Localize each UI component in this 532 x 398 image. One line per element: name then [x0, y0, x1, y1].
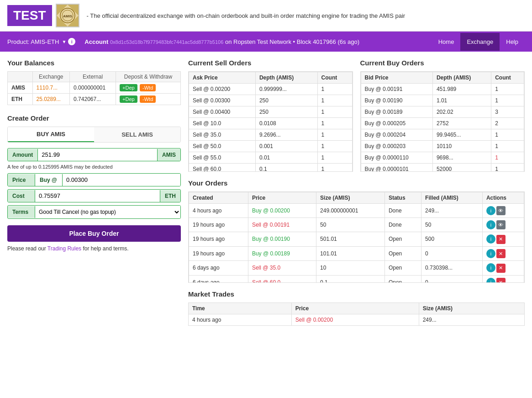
- sell-orders-scrollable[interactable]: Ask Price Depth (AMIS) Count Sell @ 0.00…: [188, 71, 353, 172]
- order-actions: i✕: [482, 246, 524, 261]
- tab-buy-amis[interactable]: BUY AMIS: [8, 127, 94, 142]
- your-order-row: 19 hours ago Buy @ 0.00190 501.01 Open 5…: [189, 232, 524, 247]
- product-selector[interactable]: Product: AMIS-ETH ▼ i: [7, 38, 75, 45]
- order-actions: i👁: [482, 204, 524, 218]
- your-orders-section: Your Orders Created Price Size (AMIS) St…: [188, 179, 525, 283]
- balance-exchange: 25.0289...: [32, 94, 70, 105]
- order-filled: 0: [421, 246, 483, 261]
- order-cancel-button[interactable]: ✕: [496, 264, 506, 273]
- logo-area: TEST AMIS - The official decentralized e…: [7, 4, 405, 27]
- sell-order-row[interactable]: Sell @ 10.0 0.0108 1: [189, 118, 353, 129]
- price-input[interactable]: [63, 174, 180, 186]
- order-actions: i✕: [482, 232, 524, 247]
- order-info-button[interactable]: i: [486, 234, 495, 244]
- withdraw-button[interactable]: -Wtd: [140, 84, 156, 91]
- order-price: Sell @ 35.0: [248, 261, 316, 276]
- sell-order-row[interactable]: Sell @ 0.00200 0.999999... 1: [189, 84, 353, 95]
- nav-help-link[interactable]: Help: [500, 33, 525, 51]
- order-eye-button[interactable]: 👁: [496, 206, 506, 215]
- terms-row: Terms Good Till Cancel (no gas topup) Go…: [7, 205, 181, 219]
- deposit-button[interactable]: +Dep: [120, 96, 137, 103]
- nav-exchange-link[interactable]: Exchange: [460, 33, 500, 51]
- sell-order-row[interactable]: Sell @ 55.0 0.01 1: [189, 152, 353, 164]
- sell-order-row[interactable]: Sell @ 0.00400 250 1: [189, 106, 353, 118]
- buy-col-count: Count: [491, 72, 524, 84]
- sell-depth: 250: [255, 106, 317, 118]
- sell-orders-table: Ask Price Depth (AMIS) Count Sell @ 0.00…: [189, 72, 353, 172]
- buy-count: 1: [491, 152, 524, 164]
- your-col-created: Created: [189, 192, 248, 204]
- buy-bid-price: Buy @ 0.0000110: [361, 152, 432, 164]
- sell-ask-price: Sell @ 60.0: [189, 164, 256, 172]
- buy-orders-scrollable[interactable]: Bid Price Depth (AMIS) Count Buy @ 0.001…: [360, 71, 525, 172]
- buy-depth: 9698...: [432, 152, 491, 164]
- buy-count: 1: [491, 95, 524, 106]
- buy-order-row[interactable]: Buy @ 0.00190 1.01 1: [361, 95, 524, 106]
- order-info-button[interactable]: i: [486, 220, 495, 229]
- tab-sell-amis[interactable]: SELL AMIS: [94, 127, 180, 142]
- balances-col-external: External: [70, 72, 116, 82]
- buy-order-row[interactable]: Buy @ 0.00191 451.989 1: [361, 84, 524, 95]
- buy-orders-title: Current Buy Orders: [360, 59, 525, 67]
- sell-order-row[interactable]: Sell @ 50.0 0.001 1: [189, 141, 353, 152]
- order-price: Sell @ 60.0: [248, 275, 316, 283]
- buy-depth: 99.9465...: [432, 129, 491, 141]
- logo-amis-badge: AMIS: [56, 4, 79, 27]
- product-info-icon[interactable]: i: [68, 38, 75, 45]
- order-created: 4 hours ago: [189, 204, 248, 218]
- balances-col-exchange: Exchange: [32, 72, 70, 82]
- buy-depth: 202.02: [432, 106, 491, 118]
- buy-order-row[interactable]: Buy @ 0.000204 99.9465... 1: [361, 129, 524, 141]
- order-info-button[interactable]: i: [486, 263, 495, 272]
- your-orders-table: Created Price Size (AMIS) Status Filled …: [189, 192, 524, 283]
- deposit-button[interactable]: +Dep: [120, 84, 137, 91]
- price-sublabel: Buy @: [35, 174, 63, 186]
- order-status: Open: [385, 232, 421, 247]
- buy-order-row[interactable]: Buy @ 0.000205 2752 2: [361, 118, 524, 129]
- sell-count: 1: [317, 106, 352, 118]
- your-order-row: 6 days ago Sell @ 35.0 10 Open 0.730398.…: [189, 261, 524, 276]
- order-info-button[interactable]: i: [486, 206, 495, 215]
- buy-order-row[interactable]: Buy @ 0.000203 10110 1: [361, 141, 524, 152]
- terms-select[interactable]: Good Till Cancel (no gas topup) Good Til…: [35, 206, 180, 218]
- price-label: Price: [8, 174, 35, 186]
- create-order-section: Create Order BUY AMIS SELL AMIS Amount A…: [7, 114, 181, 252]
- sell-order-row[interactable]: Sell @ 0.00300 250 1: [189, 95, 353, 106]
- sell-depth: 0.1: [255, 164, 317, 172]
- trading-rules-note: Please read our Trading Rules for help a…: [7, 245, 181, 252]
- cost-label: Cost: [8, 190, 35, 202]
- order-info-button[interactable]: i: [486, 249, 495, 258]
- balance-actions: +Dep -Wtd: [116, 94, 181, 105]
- amount-input[interactable]: [38, 149, 157, 161]
- cost-row: Cost ETH: [7, 189, 181, 202]
- buy-order-row[interactable]: Buy @ 0.0000110 9698... 1: [361, 152, 524, 164]
- order-eye-button[interactable]: 👁: [496, 220, 506, 229]
- place-buy-order-button[interactable]: Place Buy Order: [7, 225, 181, 242]
- sell-order-row[interactable]: Sell @ 60.0 0.1 1: [189, 164, 353, 172]
- nav-home-link[interactable]: Home: [432, 33, 461, 51]
- order-cancel-button[interactable]: ✕: [496, 278, 506, 283]
- market-trades-table: Time Price Size (AMIS) 4 hours ago Sell …: [188, 302, 525, 326]
- sell-order-row[interactable]: Sell @ 35.0 9.2696... 1: [189, 129, 353, 141]
- trading-rules-link[interactable]: Trading Rules: [47, 245, 81, 252]
- order-filled: 0: [421, 275, 483, 283]
- order-cancel-button[interactable]: ✕: [496, 249, 506, 258]
- sell-col-count: Count: [317, 72, 352, 84]
- order-info-button[interactable]: i: [486, 278, 495, 283]
- buy-depth: 1.01: [432, 95, 491, 106]
- your-orders-scrollable[interactable]: Created Price Size (AMIS) Status Filled …: [188, 191, 525, 283]
- order-created: 6 days ago: [189, 261, 248, 276]
- cost-input[interactable]: [35, 190, 160, 202]
- buy-depth: 52000: [432, 164, 491, 172]
- sell-col-ask: Ask Price: [189, 72, 256, 84]
- your-order-row: 6 days ago Sell @ 60.0 0.1 Open 0 i✕: [189, 275, 524, 283]
- order-status: Done: [385, 204, 421, 218]
- withdraw-button[interactable]: -Wtd: [140, 96, 156, 103]
- buy-order-row[interactable]: Buy @ 0.0000101 52000 1: [361, 164, 524, 172]
- sell-ask-price: Sell @ 10.0: [189, 118, 256, 129]
- buy-order-row[interactable]: Buy @ 0.00189 202.02 3: [361, 106, 524, 118]
- your-order-row: 4 hours ago Buy @ 0.00200 249.000000001 …: [189, 204, 524, 218]
- order-cancel-button[interactable]: ✕: [496, 235, 506, 244]
- amount-row: Amount AMIS: [7, 148, 181, 161]
- sell-depth: 0.001: [255, 141, 317, 152]
